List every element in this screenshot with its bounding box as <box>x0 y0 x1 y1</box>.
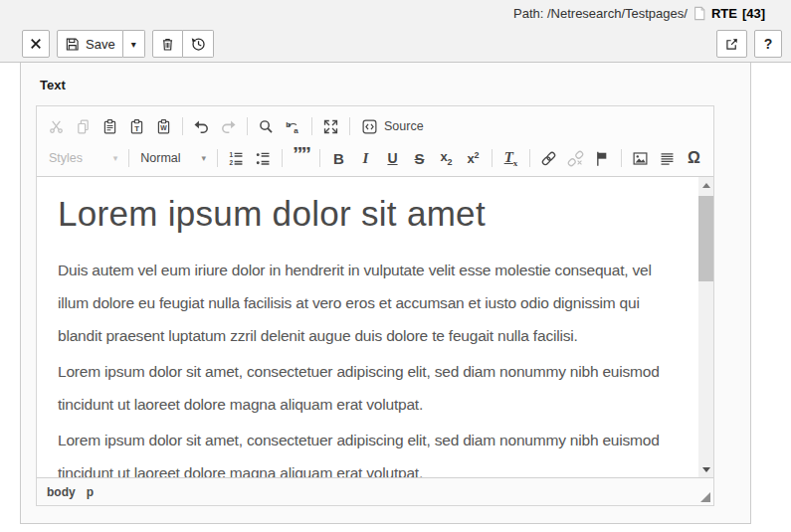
special-character-button[interactable]: Ω <box>682 146 706 171</box>
resize-grip[interactable] <box>700 492 710 502</box>
remove-format-button[interactable]: Tx <box>498 146 523 171</box>
save-button-group: Save ▾ <box>57 30 145 58</box>
form-panel: Text T <box>20 63 751 524</box>
svg-text:1: 1 <box>230 151 234 158</box>
save-label: Save <box>86 37 115 52</box>
typo3-edit-document: Path: /Netresearch/Testpages/ RTE [43] S… <box>0 0 791 532</box>
toolbar-separator <box>529 149 530 167</box>
underline-button[interactable]: U <box>380 146 405 171</box>
redo-icon <box>220 118 237 135</box>
replace-icon: ba <box>285 118 301 135</box>
redo-button <box>216 114 241 139</box>
undo-button[interactable] <box>189 114 214 139</box>
save-options-button[interactable]: ▾ <box>123 30 145 58</box>
copy-button <box>71 114 96 139</box>
doc-toolbar-left: Save ▾ <box>22 30 214 58</box>
toolbar-separator <box>492 149 493 167</box>
strikethrough-button[interactable]: S <box>407 146 432 171</box>
numbered-list-icon: 12 <box>228 150 245 167</box>
format-dropdown[interactable]: Normal ▾ <box>134 145 212 171</box>
toolbar-separator <box>311 117 312 135</box>
styles-label: Styles <box>49 151 83 165</box>
unlink-icon <box>567 150 584 167</box>
rte-toolbar-row-1: T W b <box>43 110 707 142</box>
scroll-up-arrow[interactable] <box>698 177 713 193</box>
delete-history-group <box>152 30 214 58</box>
toolbar-separator <box>282 149 283 167</box>
blockquote-button[interactable]: ”” <box>289 146 313 171</box>
save-button[interactable]: Save <box>57 30 123 58</box>
content-paragraph[interactable]: Lorem ipsum dolor sit amet, consectetuer… <box>58 424 684 477</box>
toolbar-separator <box>247 117 248 135</box>
content-paragraph[interactable]: Lorem ipsum dolor sit amet, consectetuer… <box>58 355 684 421</box>
superscript-button[interactable]: x2 <box>461 146 486 171</box>
source-icon <box>361 118 378 135</box>
scissors-icon <box>48 118 65 135</box>
help-button[interactable]: ? <box>754 30 782 58</box>
doc-header: Path: /Netresearch/Testpages/ RTE [43] S… <box>0 0 791 63</box>
flag-icon <box>594 150 611 167</box>
scrollbar-thumb[interactable] <box>698 196 713 281</box>
svg-text:a: a <box>294 125 298 134</box>
editor-content[interactable]: Lorem ipsum dolor sit amet Duis autem ve… <box>58 192 684 477</box>
delete-button[interactable] <box>152 30 183 58</box>
bullet-list-button[interactable] <box>251 146 276 171</box>
paste-button[interactable] <box>98 114 122 139</box>
numbered-list-button[interactable]: 12 <box>224 146 249 171</box>
blockquote-icon: ”” <box>293 149 309 159</box>
help-icon: ? <box>764 36 773 52</box>
cut-button <box>44 114 69 139</box>
rte-toolbar-row-2: Styles ▾ Normal ▾ 12 <box>43 142 707 174</box>
triangle-up-icon <box>702 183 710 188</box>
unlink-button <box>563 146 588 171</box>
styles-dropdown: Styles ▾ <box>43 145 123 171</box>
element-path-p[interactable]: p <box>87 485 94 499</box>
paste-from-word-button[interactable]: W <box>151 114 176 139</box>
toolbar-separator <box>217 149 218 167</box>
chevron-down-icon: ▾ <box>113 153 118 163</box>
record-breadcrumb: Path: /Netresearch/Testpages/ RTE [43] <box>513 6 765 21</box>
undo-icon <box>193 118 210 135</box>
anchor-button[interactable] <box>590 146 615 171</box>
doc-toolbar-right: ? <box>716 30 782 58</box>
scroll-down-arrow[interactable] <box>698 461 713 477</box>
horizontal-lines-button[interactable] <box>655 146 680 171</box>
bold-button[interactable]: B <box>326 146 351 171</box>
underline-icon: U <box>387 150 397 166</box>
history-icon <box>190 36 206 52</box>
content-paragraph[interactable]: Duis autem vel eum iriure dolor in hendr… <box>58 254 684 352</box>
content-heading[interactable]: Lorem ipsum dolor sit amet <box>58 192 684 236</box>
horizontal-lines-icon <box>659 150 676 167</box>
toolbar-separator <box>349 117 350 135</box>
trash-icon <box>160 37 175 52</box>
maximize-button[interactable] <box>318 114 343 139</box>
external-link-icon <box>724 37 739 52</box>
link-icon <box>540 150 557 167</box>
link-button[interactable] <box>536 146 561 171</box>
history-button[interactable] <box>183 30 214 58</box>
editor-scrollbar[interactable] <box>698 177 713 477</box>
open-new-window-button[interactable] <box>716 30 747 58</box>
record-uid: [43] <box>742 6 765 21</box>
find-button[interactable] <box>254 114 279 139</box>
rte-editing-area[interactable]: Lorem ipsum dolor sit amet Duis autem ve… <box>37 177 713 477</box>
close-button[interactable] <box>22 30 50 58</box>
italic-icon: I <box>363 150 369 167</box>
rte-status-bar: body p <box>37 477 713 505</box>
image-button[interactable] <box>628 146 653 171</box>
paste-icon <box>101 118 118 135</box>
search-icon <box>258 118 275 135</box>
italic-button[interactable]: I <box>353 146 378 171</box>
close-icon <box>30 38 42 50</box>
subscript-button[interactable]: x2 <box>434 146 459 171</box>
paste-as-text-button[interactable]: T <box>124 114 149 139</box>
toolbar-separator <box>182 117 183 135</box>
replace-button[interactable]: ba <box>281 114 305 139</box>
svg-text:2: 2 <box>230 159 234 166</box>
source-label: Source <box>384 119 424 133</box>
subscript-icon: x2 <box>440 149 452 167</box>
element-path-body[interactable]: body <box>47 485 76 499</box>
source-button[interactable]: Source <box>355 113 430 139</box>
rich-text-editor: T W b <box>36 105 714 506</box>
record-title: RTE <box>711 6 737 21</box>
